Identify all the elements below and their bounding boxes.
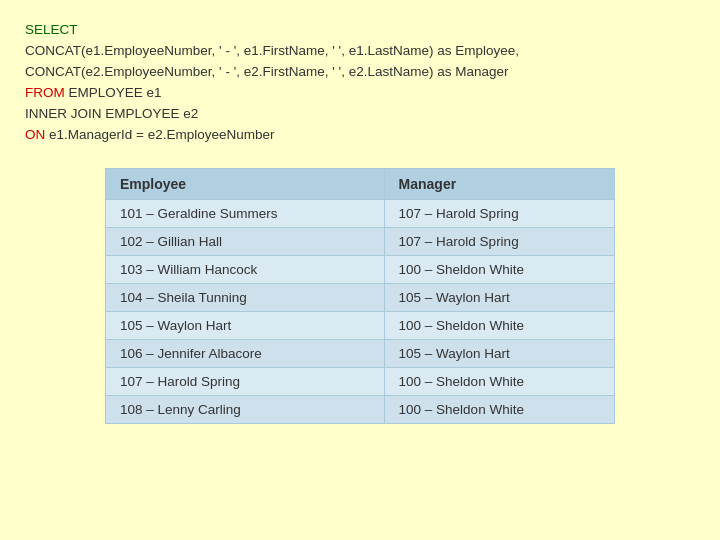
keyword-from: FROM [25, 85, 65, 100]
code-line-6: ON e1.ManagerId = e2.EmployeeNumber [25, 125, 695, 146]
employee-cell: 108 – Lenny Carling [106, 395, 385, 423]
code-line-5: INNER JOIN EMPLOYEE e2 [25, 104, 695, 125]
table-row: 104 – Sheila Tunning105 – Waylon Hart [106, 283, 615, 311]
page-container: SELECT CONCAT(e1.EmployeeNumber, ' - ', … [0, 0, 720, 540]
manager-cell: 100 – Sheldon White [384, 395, 614, 423]
code-line-2: CONCAT(e1.EmployeeNumber, ' - ', e1.Firs… [25, 41, 695, 62]
manager-cell: 100 – Sheldon White [384, 367, 614, 395]
employee-cell: 101 – Geraldine Summers [106, 199, 385, 227]
table-row: 101 – Geraldine Summers107 – Harold Spri… [106, 199, 615, 227]
table-body: 101 – Geraldine Summers107 – Harold Spri… [106, 199, 615, 423]
manager-cell: 105 – Waylon Hart [384, 339, 614, 367]
col-header-manager: Manager [384, 168, 614, 199]
table-header-row: Employee Manager [106, 168, 615, 199]
manager-cell: 107 – Harold Spring [384, 227, 614, 255]
employee-cell: 103 – William Hancock [106, 255, 385, 283]
table-row: 105 – Waylon Hart100 – Sheldon White [106, 311, 615, 339]
code-line-4: FROM EMPLOYEE e1 [25, 83, 695, 104]
col-header-employee: Employee [106, 168, 385, 199]
results-table: Employee Manager 101 – Geraldine Summers… [105, 168, 615, 424]
employee-cell: 106 – Jennifer Albacore [106, 339, 385, 367]
table-row: 107 – Harold Spring100 – Sheldon White [106, 367, 615, 395]
code-concat1: CONCAT(e1.EmployeeNumber, ' - ', e1.Firs… [25, 43, 519, 58]
table-row: 103 – William Hancock100 – Sheldon White [106, 255, 615, 283]
code-line-1: SELECT [25, 20, 695, 41]
employee-cell: 104 – Sheila Tunning [106, 283, 385, 311]
code-inner-join: INNER JOIN EMPLOYEE e2 [25, 106, 198, 121]
employee-cell: 102 – Gillian Hall [106, 227, 385, 255]
employee-cell: 107 – Harold Spring [106, 367, 385, 395]
code-from-rest: EMPLOYEE e1 [65, 85, 162, 100]
code-concat2: CONCAT(e2.EmployeeNumber, ' - ', e2.Firs… [25, 64, 508, 79]
code-on-rest: e1.ManagerId = e2.EmployeeNumber [45, 127, 274, 142]
manager-cell: 107 – Harold Spring [384, 199, 614, 227]
keyword-on: ON [25, 127, 45, 142]
code-block: SELECT CONCAT(e1.EmployeeNumber, ' - ', … [25, 20, 695, 146]
table-row: 102 – Gillian Hall107 – Harold Spring [106, 227, 615, 255]
manager-cell: 100 – Sheldon White [384, 311, 614, 339]
table-wrapper: Employee Manager 101 – Geraldine Summers… [105, 168, 615, 424]
table-row: 106 – Jennifer Albacore105 – Waylon Hart [106, 339, 615, 367]
table-row: 108 – Lenny Carling100 – Sheldon White [106, 395, 615, 423]
employee-cell: 105 – Waylon Hart [106, 311, 385, 339]
manager-cell: 100 – Sheldon White [384, 255, 614, 283]
keyword-select: SELECT [25, 22, 78, 37]
code-line-3: CONCAT(e2.EmployeeNumber, ' - ', e2.Firs… [25, 62, 695, 83]
manager-cell: 105 – Waylon Hart [384, 283, 614, 311]
